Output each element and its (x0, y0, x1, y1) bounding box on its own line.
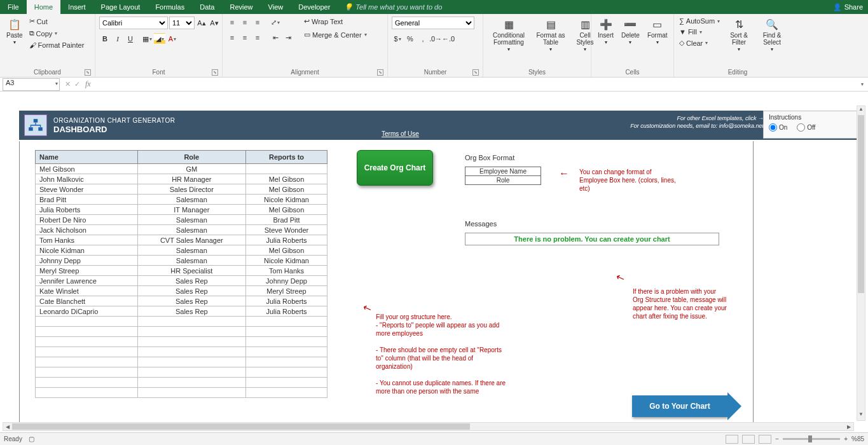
orgbox-format-sample[interactable]: Employee Name Role (465, 167, 541, 185)
normal-view-button[interactable] (726, 435, 738, 444)
formula-input[interactable] (95, 78, 857, 91)
enter-formula-icon[interactable]: ✓ (74, 80, 80, 88)
table-row[interactable]: Steve WonderSales DirectorMel Gibson (36, 184, 327, 195)
table-cell[interactable]: Salesman (137, 245, 246, 256)
table-cell[interactable]: Nicole Kidman (246, 195, 327, 205)
decrease-indent-button[interactable]: ⇤ (270, 32, 281, 43)
font-size-select[interactable]: 11 (169, 17, 195, 29)
instructions-off-radio[interactable]: Off (797, 123, 815, 132)
insert-cells-button[interactable]: ➕Insert▾ (595, 17, 616, 47)
table-cell[interactable]: Julia Roberts (246, 296, 327, 306)
clear-button[interactable]: ◇Clear (678, 38, 721, 48)
table-cell[interactable]: Steve Wonder (36, 184, 138, 195)
table-cell[interactable]: Jennifer Lawrence (36, 276, 138, 286)
goto-chart-button[interactable]: Go to Your Chart (632, 395, 727, 417)
table-cell[interactable] (36, 367, 138, 378)
table-row[interactable] (36, 367, 327, 378)
page-layout-view-button[interactable] (742, 435, 755, 444)
scroll-right-icon[interactable]: ▶ (844, 424, 853, 430)
table-cell[interactable]: Salesman (137, 256, 246, 266)
table-cell[interactable]: Sales Director (137, 184, 246, 195)
find-select-button[interactable]: 🔍Find & Select▾ (757, 17, 787, 54)
wrap-text-button[interactable]: ↩Wrap Text (303, 17, 368, 26)
paste-button[interactable]: 📋 Paste ▾ (4, 17, 25, 47)
table-cell[interactable]: Tom Hanks (246, 266, 327, 276)
table-row[interactable]: Robert De NiroSalesmanBrad Pitt (36, 215, 327, 225)
radio-on[interactable] (769, 123, 777, 132)
table-cell[interactable]: Sales Rep (137, 286, 246, 296)
scroll-left-icon[interactable]: ◀ (3, 424, 12, 430)
orientation-button[interactable]: ⤢ (270, 17, 281, 28)
scroll-down-icon[interactable]: ▼ (858, 411, 864, 420)
zoom-level[interactable]: %85 (851, 435, 864, 442)
table-cell[interactable] (137, 337, 246, 347)
table-row[interactable]: Johnny DeppSalesmanNicole Kidman (36, 256, 327, 266)
format-as-table-button[interactable]: ▤Format as Table▾ (533, 17, 568, 54)
table-cell[interactable]: Julia Roberts (246, 235, 327, 245)
table-cell[interactable]: Robert De Niro (36, 215, 138, 225)
table-cell[interactable]: IT Manager (137, 205, 246, 215)
number-dialog-launcher[interactable]: ⬊ (472, 69, 479, 76)
accounting-format-button[interactable]: $ (392, 33, 403, 44)
macro-record-icon[interactable]: ▢ (29, 435, 34, 442)
table-row[interactable] (36, 347, 327, 357)
table-row[interactable]: Tom HanksCVT Sales ManagerJulia Roberts (36, 235, 327, 245)
table-row[interactable]: John MalkovicHR ManagerMel Gibson (36, 174, 327, 184)
table-cell[interactable]: Leonardo DiCaprio (36, 306, 138, 317)
format-painter-button[interactable]: 🖌Format Painter (28, 41, 86, 50)
autosum-button[interactable]: ∑AutoSum (678, 17, 721, 25)
table-row[interactable]: Jennifer LawrenceSales RepJohnny Depp (36, 276, 327, 286)
align-top-button[interactable]: ≡ (226, 17, 238, 28)
delete-cells-button[interactable]: ➖Delete▾ (619, 17, 642, 47)
zoom-thumb[interactable] (808, 435, 812, 442)
table-cell[interactable] (246, 347, 327, 357)
fx-icon[interactable]: fx (85, 79, 91, 89)
vertical-scrollbar[interactable]: ▲ ▼ (857, 106, 865, 421)
merge-center-button[interactable]: ▭Merge & Center (303, 30, 368, 39)
table-cell[interactable]: Mel Gibson (246, 205, 327, 215)
table-cell[interactable] (36, 357, 138, 367)
table-cell[interactable] (36, 317, 138, 327)
table-cell[interactable]: Sales Rep (137, 276, 246, 286)
table-cell[interactable]: Salesman (137, 225, 246, 235)
tab-page-layout[interactable]: Page Layout (93, 0, 148, 14)
table-cell[interactable] (137, 367, 246, 378)
tab-review[interactable]: Review (222, 0, 260, 14)
fill-color-button[interactable]: ◢ (154, 33, 165, 44)
table-cell[interactable]: GM (137, 164, 246, 174)
table-row[interactable] (36, 388, 327, 398)
percent-format-button[interactable]: % (404, 33, 416, 44)
table-cell[interactable] (246, 164, 327, 174)
decrease-decimal-button[interactable]: ←.0 (443, 33, 454, 44)
conditional-formatting-button[interactable]: ▦Conditional Formatting▾ (487, 17, 530, 54)
table-cell[interactable] (36, 378, 138, 388)
horizontal-scrollbar[interactable]: ◀ ▶ (3, 422, 854, 431)
zoom-out-button[interactable]: − (775, 435, 779, 442)
table-cell[interactable]: Salesman (137, 215, 246, 225)
table-cell[interactable]: Mel Gibson (246, 245, 327, 256)
increase-decimal-button[interactable]: .0→ (430, 33, 441, 44)
table-cell[interactable]: Steve Wonder (246, 225, 327, 235)
table-cell[interactable]: John Malkovic (36, 174, 138, 184)
table-row[interactable]: Leonardo DiCaprioSales RepJulia Roberts (36, 306, 327, 317)
table-cell[interactable]: Brad Pitt (246, 215, 327, 225)
table-cell[interactable]: CVT Sales Manager (137, 235, 246, 245)
align-bottom-button[interactable]: ≡ (252, 17, 263, 28)
tab-formulas[interactable]: Formulas (148, 0, 192, 14)
table-row[interactable] (36, 317, 327, 327)
table-cell[interactable] (137, 327, 246, 337)
name-box[interactable]: A3▾ (3, 78, 60, 91)
table-cell[interactable]: Sales Rep (137, 296, 246, 306)
table-row[interactable]: Cate BlanchettSales RepJulia Roberts (36, 296, 327, 306)
share-button[interactable]: 👤 Share (833, 0, 863, 14)
align-left-button[interactable]: ≡ (226, 32, 238, 43)
table-cell[interactable] (246, 327, 327, 337)
table-cell[interactable]: Julia Roberts (246, 306, 327, 317)
table-cell[interactable]: Mel Gibson (36, 164, 138, 174)
underline-button[interactable]: U (125, 33, 136, 44)
table-row[interactable]: Brad PittSalesmanNicole Kidman (36, 195, 327, 205)
zoom-slider[interactable] (783, 438, 840, 440)
expand-formula-bar[interactable]: ▾ (857, 81, 868, 87)
table-cell[interactable] (246, 367, 327, 378)
align-right-button[interactable]: ≡ (252, 32, 263, 43)
